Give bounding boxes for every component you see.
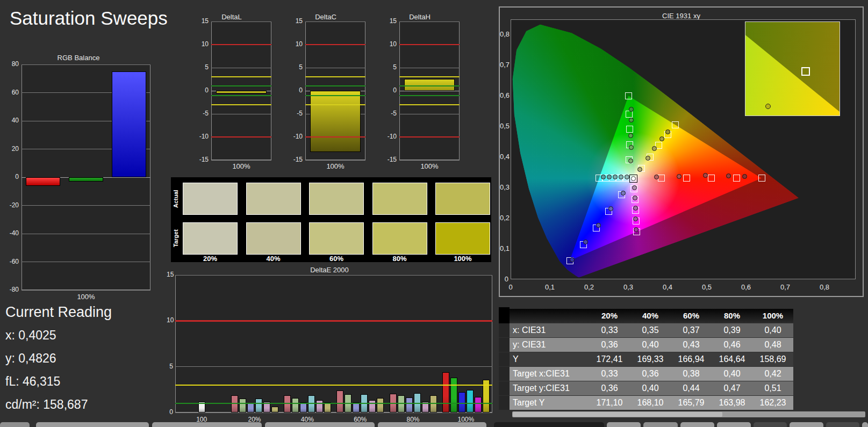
row-value: 162,23	[752, 398, 793, 408]
deltae-bar-40%	[308, 395, 315, 412]
ref-line	[211, 136, 271, 137]
y-axis-tick-label: -10	[379, 133, 397, 140]
bottom-tab[interactable]	[826, 422, 859, 427]
gridline	[399, 68, 460, 68]
table-row[interactable]: Y172,41169,33166,94164,64158,69	[499, 352, 793, 366]
bottom-tab[interactable]	[36, 422, 149, 427]
gridline	[305, 68, 365, 68]
x-axis-tick-label: 0,7	[777, 283, 793, 291]
gridline	[175, 275, 492, 276]
deltae-bar-100%	[475, 397, 482, 412]
y-axis-tick-label: 10	[167, 316, 173, 324]
y-axis-tick-label: 10	[379, 40, 397, 48]
gridline	[211, 21, 271, 22]
actual-swatch-60%	[309, 183, 364, 215]
cie-zoom-inset	[745, 21, 840, 116]
yellow-measured-point	[652, 146, 657, 151]
y-axis-tick-label: 80	[4, 60, 19, 68]
deltae-bar-40%	[300, 402, 307, 412]
red-target-square	[708, 175, 715, 182]
swatch-column-label: 20%	[183, 255, 238, 263]
table-scrollbar-thumb[interactable]	[513, 412, 722, 417]
bottom-tab[interactable]	[754, 422, 787, 427]
deltae-bar-20%	[271, 407, 278, 412]
table-row[interactable]: Target y:CIE310,360,400,440,470,51	[499, 381, 793, 395]
cyan-measured-point	[619, 175, 623, 179]
target-swatch-60%	[309, 222, 364, 255]
delta-l-chart: DeltaL 100% -15-10-5051015	[191, 10, 272, 171]
bottom-tab[interactable]	[862, 422, 868, 427]
row-value: 0,51	[752, 383, 793, 393]
x-axis-tick-label: 0,8	[816, 283, 833, 291]
x-axis-tick-label: 0	[503, 283, 519, 291]
row-value: 0,44	[671, 383, 712, 393]
table-header-cell: 40%	[630, 311, 671, 320]
current-reading-lines: x: 0,4025y: 0,4826fL: 46,315cd/m²: 158,6…	[5, 328, 167, 412]
100%-bar	[216, 91, 267, 93]
table-scrollbar[interactable]	[512, 411, 865, 417]
row-value: 169,33	[630, 354, 671, 364]
row-value: 0,36	[630, 369, 671, 379]
row-value: 0,33	[589, 369, 630, 379]
bottom-tab[interactable]	[494, 422, 604, 427]
table-row[interactable]: Target Y171,10168,10165,79163,98162,23	[499, 396, 793, 410]
deltae-bar-80%	[398, 395, 405, 412]
y-axis-tick-label: 5	[167, 363, 173, 370]
table-row[interactable]: y: CIE310,360,400,430,460,48	[499, 338, 793, 352]
magenta-measured-point	[633, 206, 638, 211]
delta-c-x-label: 100%	[305, 162, 365, 170]
y-axis-tick-label: 0,3	[500, 183, 508, 191]
100%-bar	[404, 79, 455, 91]
row-value: 163,98	[712, 398, 752, 408]
current-reading-heading: Current Reading	[5, 304, 167, 321]
table-row[interactable]: x: CIE310,330,350,370,390,40	[499, 323, 793, 337]
table-header-cell: 20%	[589, 311, 630, 320]
actual-swatch-40%	[246, 183, 301, 215]
table-header-cell: 100%	[752, 311, 793, 320]
magenta-measured-point	[634, 227, 639, 232]
y-axis-tick-label: 10	[191, 40, 209, 48]
bottom-tab[interactable]	[152, 422, 262, 427]
y-axis-tick-label: 0,6	[500, 91, 508, 99]
bottom-tab[interactable]	[0, 422, 30, 427]
row-value: 171,10	[589, 398, 630, 408]
bottom-tab[interactable]	[378, 422, 486, 427]
delta-l-x-label: 100%	[211, 162, 271, 170]
deltae-bar-80%	[406, 397, 413, 412]
gridline	[399, 114, 460, 114]
swatch-column-label: 80%	[372, 255, 427, 263]
gridline	[175, 366, 492, 367]
target-swatch-20%	[183, 222, 238, 255]
bottom-tab[interactable]	[643, 422, 678, 427]
ref-line	[399, 136, 460, 137]
red-target-square	[758, 175, 765, 182]
inset-gamut-region	[745, 22, 840, 115]
x-axis-tick-label: 0,3	[620, 283, 636, 291]
swatch-row-label-actual: Actual	[173, 183, 179, 215]
row-value: 158,69	[752, 354, 793, 364]
gridline	[305, 160, 365, 161]
target-swatch-100%	[435, 222, 490, 255]
inset-target-square	[801, 67, 810, 76]
swatch-column-label: 60%	[309, 255, 364, 263]
bottom-tab[interactable]	[265, 422, 375, 427]
row-gutter-cell	[499, 338, 510, 352]
row-gutter-cell	[499, 367, 510, 381]
table-row[interactable]: Target x:CIE310,330,360,380,400,42	[499, 367, 793, 381]
y-axis-tick-label: 0,5	[500, 122, 508, 130]
ref-line	[211, 76, 271, 77]
y-axis-tick-label: -5	[379, 110, 397, 117]
current-reading-block: Current Reading x: 0,4025y: 0,4826fL: 46…	[5, 304, 167, 421]
bottom-tab[interactable]	[607, 422, 641, 427]
ref-line	[305, 76, 365, 77]
y-axis-tick-label: 20	[4, 145, 19, 153]
green-measured-point	[628, 133, 633, 138]
delta-c-chart: DeltaC 100% -15-10-5051015	[285, 10, 367, 171]
y-axis-tick-label: 15	[167, 271, 173, 278]
bottom-tab[interactable]	[680, 422, 714, 427]
bottom-tab[interactable]	[790, 422, 823, 427]
bottom-tab[interactable]	[717, 422, 751, 427]
row-value: 164,64	[712, 354, 752, 364]
row-gutter-cell	[499, 352, 510, 366]
gridline	[305, 21, 365, 22]
